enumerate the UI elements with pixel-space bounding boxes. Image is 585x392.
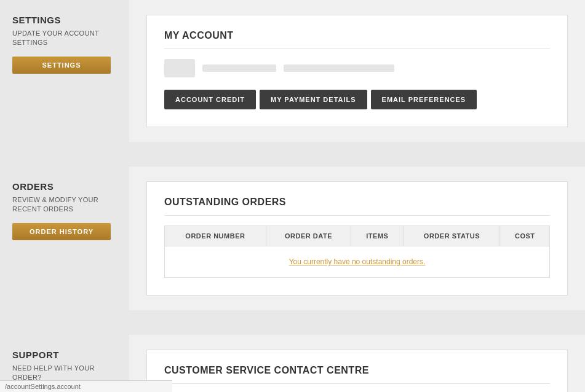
orders-table: ORDER NUMBER ORDER DATE ITEMS ORDER STAT… — [164, 225, 550, 278]
empty-msg-suffix: orders. — [400, 257, 426, 266]
tab-account-credit[interactable]: ACCOUNT CREDIT — [164, 90, 256, 109]
empty-orders-text: You currently have no outstanding orders… — [289, 257, 426, 266]
orders-sidebar: ORDERS REVIEW & MODIFY YOUR RECENT ORDER… — [0, 167, 129, 310]
url-text: /accountSettings.account — [5, 383, 81, 390]
col-order-status: ORDER STATUS — [404, 226, 500, 246]
col-order-date: ORDER DATE — [266, 226, 351, 246]
orders-title: ORDERS — [12, 181, 117, 192]
empty-orders-cell: You currently have no outstanding orders… — [165, 246, 550, 278]
tab-email-preferences[interactable]: EMAIL PREFERENCES — [371, 90, 477, 109]
avatar-image — [164, 59, 195, 77]
customer-service-title: CUSTOMER SERVICE CONTACT CENTRE — [164, 365, 550, 384]
settings-desc: UPDATE YOUR ACCOUNT SETTINGS — [12, 29, 117, 48]
support-panel: CUSTOMER SERVICE CONTACT CENTRE CREATE N… — [146, 350, 568, 392]
settings-sidebar: SETTINGS UPDATE YOUR ACCOUNT SETTINGS SE… — [0, 0, 129, 142]
col-items: ITEMS — [351, 226, 404, 246]
support-content: CUSTOMER SERVICE CONTACT CENTRE CREATE N… — [129, 335, 585, 392]
my-account-title: MY ACCOUNT — [164, 30, 550, 49]
tab-my-payment-details[interactable]: MY PAYMENT DETAILS — [260, 90, 367, 109]
col-cost: COST — [500, 226, 550, 246]
settings-button[interactable]: SETTINGS — [12, 57, 111, 74]
support-section: SUPPORT NEED HELP WITH YOUR ORDER? — [12, 350, 117, 383]
empty-msg-link: outstanding — [362, 257, 400, 266]
order-history-button[interactable]: ORDER HISTORY — [12, 223, 111, 240]
support-title: SUPPORT — [12, 350, 117, 360]
orders-content: OUTSTANDING ORDERS ORDER NUMBER ORDER DA… — [129, 167, 585, 310]
account-tabs: ACCOUNT CREDIT MY PAYMENT DETAILS EMAIL … — [164, 90, 550, 109]
avatar-email — [284, 65, 394, 72]
gap-4 — [0, 323, 585, 335]
gap-2 — [0, 154, 585, 167]
orders-row: ORDERS REVIEW & MODIFY YOUR RECENT ORDER… — [0, 167, 585, 310]
url-bar: /accountSettings.account — [0, 380, 172, 392]
settings-title: SETTINGS — [12, 15, 117, 25]
outstanding-orders-title: OUTSTANDING ORDERS — [164, 197, 550, 216]
gap-3 — [0, 310, 585, 323]
my-account-panel: MY ACCOUNT ACCOUNT CREDIT MY PAYMENT DET… — [146, 15, 568, 127]
settings-row: SETTINGS UPDATE YOUR ACCOUNT SETTINGS SE… — [0, 0, 585, 142]
my-account-content: MY ACCOUNT ACCOUNT CREDIT MY PAYMENT DET… — [129, 0, 585, 142]
gap-1 — [0, 142, 585, 154]
col-order-number: ORDER NUMBER — [165, 226, 266, 246]
avatar-name — [202, 65, 276, 72]
avatar-row — [164, 59, 550, 77]
orders-desc: REVIEW & MODIFY YOUR RECENT ORDERS — [12, 195, 117, 214]
empty-msg-prefix: You currently have no — [289, 257, 362, 266]
orders-panel: OUTSTANDING ORDERS ORDER NUMBER ORDER DA… — [146, 181, 568, 296]
orders-section: ORDERS REVIEW & MODIFY YOUR RECENT ORDER… — [12, 181, 117, 240]
settings-section: SETTINGS UPDATE YOUR ACCOUNT SETTINGS SE… — [12, 15, 117, 74]
empty-orders-row: You currently have no outstanding orders… — [165, 246, 550, 278]
